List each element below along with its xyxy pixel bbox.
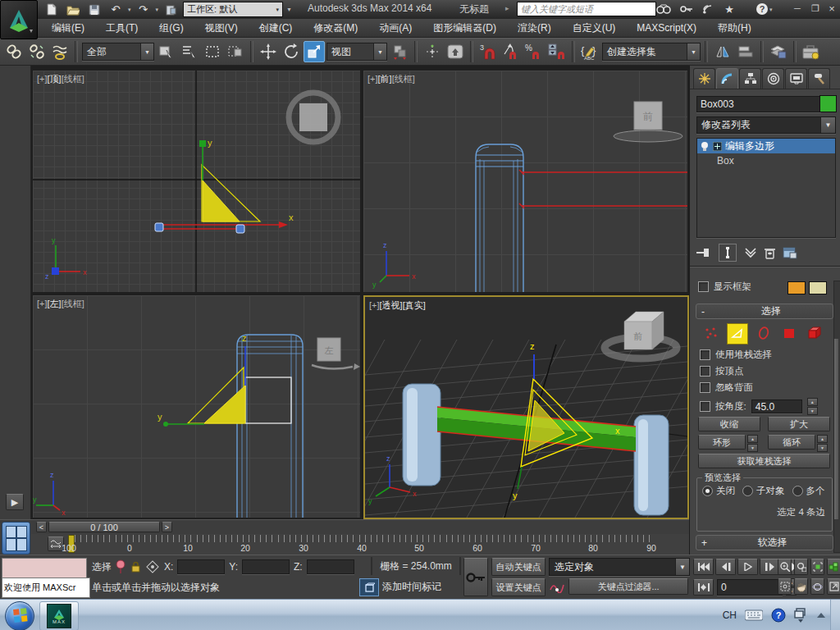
viewport-name[interactable]: [透视]: [380, 300, 403, 310]
configure-modifier-sets-icon[interactable]: [783, 247, 797, 259]
viewport-name[interactable]: [顶]: [48, 74, 62, 84]
selection-lock-pin-icon[interactable]: [116, 559, 126, 574]
tab-create[interactable]: [693, 68, 715, 89]
visibility-bulb-icon[interactable]: [700, 141, 710, 152]
workspace-combo[interactable]: 工作区: 默认 ▾: [183, 2, 283, 17]
stack-item-edit-poly[interactable]: 编辑多边形: [697, 139, 835, 153]
viewport-shading[interactable]: [真实]: [403, 300, 426, 310]
isolate-selection-icon[interactable]: [359, 578, 379, 596]
maxscript-mini-listener[interactable]: 欢迎使用 MAXScr: [2, 578, 90, 598]
select-and-rotate-icon[interactable]: [281, 41, 302, 62]
viewport-shading[interactable]: [线框]: [62, 74, 84, 84]
track-bar-ruler[interactable]: 0102030405060708090100: [69, 535, 654, 554]
zoom-icon[interactable]: [778, 559, 792, 575]
tab-hierarchy[interactable]: [739, 68, 761, 89]
use-pivot-point-icon[interactable]: [389, 41, 410, 62]
communication-center-icon[interactable]: [699, 2, 717, 16]
viewport-menu-plus[interactable]: [+]: [37, 299, 48, 308]
panel-scrollbar[interactable]: [833, 281, 840, 553]
window-tray-icon[interactable]: [794, 608, 807, 623]
time-slider-prev-button[interactable]: <: [36, 522, 47, 532]
pin-stack-icon[interactable]: [696, 247, 711, 258]
undo-dropdown-arrow[interactable]: ▾: [128, 7, 131, 13]
flyout-arrow-icon[interactable]: ▸: [505, 4, 509, 12]
subobject-vertex-icon[interactable]: [701, 323, 721, 343]
menu-item[interactable]: 修改器(M): [303, 19, 368, 37]
language-indicator[interactable]: CH: [723, 609, 737, 621]
viewport-layout-icon[interactable]: [2, 522, 30, 555]
bind-to-space-warp-icon[interactable]: [49, 41, 71, 62]
show-end-result-icon[interactable]: [719, 244, 737, 262]
subobject-polygon-icon[interactable]: [779, 323, 799, 343]
subobject-border-icon[interactable]: [754, 323, 774, 343]
undo-button[interactable]: ↶: [107, 2, 125, 17]
loop-button[interactable]: 循环: [768, 435, 815, 450]
viewcube-top[interactable]: [289, 93, 338, 142]
orbit-icon[interactable]: [810, 578, 824, 595]
add-time-tag[interactable]: 添加时间标记: [382, 580, 441, 594]
viewport-menu-plus[interactable]: [+]: [369, 300, 380, 310]
object-color-swatch[interactable]: [819, 95, 837, 112]
viewcube-front[interactable]: 前: [614, 102, 682, 142]
menu-item[interactable]: 动画(A): [368, 19, 422, 37]
spinner-snap-toggle-icon[interactable]: [546, 41, 568, 62]
redo-button[interactable]: ↷: [135, 2, 153, 17]
viewport-name[interactable]: [前]: [378, 74, 392, 84]
viewport-shading[interactable]: [线框]: [392, 74, 415, 84]
viewcube-left[interactable]: 左: [312, 338, 360, 370]
redo-dropdown-arrow[interactable]: ▾: [156, 7, 159, 13]
viewcube-persp[interactable]: 前: [605, 312, 677, 358]
make-unique-icon[interactable]: [744, 247, 757, 258]
help-dropdown-arrow[interactable]: ▾: [769, 7, 773, 13]
manage-layers-icon[interactable]: [768, 41, 789, 62]
by-angle-checkbox[interactable]: [700, 401, 710, 412]
select-and-link-icon[interactable]: [3, 41, 25, 62]
percent-snap-toggle-icon[interactable]: %: [523, 41, 545, 62]
post-right[interactable]: [634, 415, 669, 515]
ring-button[interactable]: 环形: [698, 435, 746, 450]
object-name-field[interactable]: Box003: [696, 96, 821, 112]
post-left[interactable]: [403, 384, 441, 486]
x-coord-field[interactable]: [177, 559, 225, 574]
menu-item[interactable]: 编辑(E): [41, 19, 95, 37]
unlink-selection-icon[interactable]: [26, 41, 48, 62]
play-button[interactable]: [737, 559, 758, 575]
tab-modify[interactable]: [716, 68, 738, 89]
viewport-top[interactable]: [+][顶][线框]: [33, 71, 360, 292]
by-vertex-checkbox[interactable]: [700, 366, 710, 377]
window-crossing-toggle-icon[interactable]: [225, 41, 246, 62]
subscription-key-icon[interactable]: [678, 2, 696, 16]
menu-item[interactable]: 工具(T): [95, 19, 148, 37]
infocenter-search-input[interactable]: 键入关键字或短语: [517, 2, 656, 16]
angle-snap-toggle-icon[interactable]: [500, 41, 522, 62]
application-menu-button[interactable]: [0, 0, 38, 39]
time-slider-next-button[interactable]: >: [162, 522, 172, 532]
viewport-persp-label[interactable]: [+][透视][真实]: [369, 299, 426, 312]
key-filters-curve-icon[interactable]: [549, 580, 565, 593]
maximize-viewport-toggle-icon[interactable]: [827, 578, 840, 595]
key-mode-toggle-button[interactable]: [693, 579, 714, 596]
menu-item[interactable]: 自定义(U): [562, 19, 627, 37]
preview-multi-radio[interactable]: [792, 486, 803, 496]
favorites-star-icon[interactable]: ★: [720, 2, 738, 16]
frame-color-swatch-1[interactable]: [788, 281, 806, 294]
workspace-extra-arrow[interactable]: ▼: [286, 7, 292, 12]
start-button[interactable]: [5, 601, 34, 630]
field-of-view-icon[interactable]: [778, 578, 792, 595]
display-frame-checkbox[interactable]: [698, 281, 709, 292]
menu-item[interactable]: 渲染(R): [507, 19, 562, 37]
viewport-front-label[interactable]: [+][前][线框]: [368, 73, 415, 85]
open-file-button[interactable]: [64, 2, 82, 17]
menu-item[interactable]: MAXScript(X): [626, 19, 707, 37]
current-frame-field[interactable]: 0: [717, 579, 783, 596]
graphite-toolbox-icon[interactable]: [801, 41, 822, 62]
get-stack-selection-button[interactable]: 获取堆栈选择: [698, 454, 830, 468]
zoom-extents-icon[interactable]: [810, 559, 824, 575]
search-binoculars-icon[interactable]: [655, 2, 673, 16]
viewport-front[interactable]: [+][前][线框] 前: [363, 71, 687, 292]
select-and-manipulate-icon[interactable]: [422, 41, 443, 62]
viewport-perspective[interactable]: [+][透视][真实]: [363, 295, 689, 519]
preview-off-radio[interactable]: [702, 486, 713, 496]
post-wireframe-left[interactable]: [237, 335, 303, 518]
use-stack-selection-checkbox[interactable]: [700, 349, 710, 360]
